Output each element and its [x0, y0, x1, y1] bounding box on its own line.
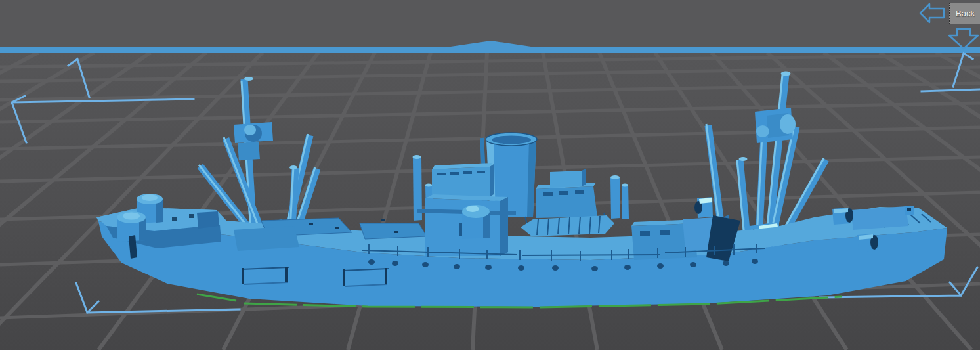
back-button-label: Back: [956, 9, 975, 18]
arrow-down-icon[interactable]: [948, 28, 980, 51]
viewport-3d[interactable]: Back: [0, 0, 980, 350]
arrow-left-icon[interactable]: [919, 0, 947, 29]
back-button[interactable]: Back: [949, 3, 980, 24]
dome-ventilator: [462, 205, 490, 239]
